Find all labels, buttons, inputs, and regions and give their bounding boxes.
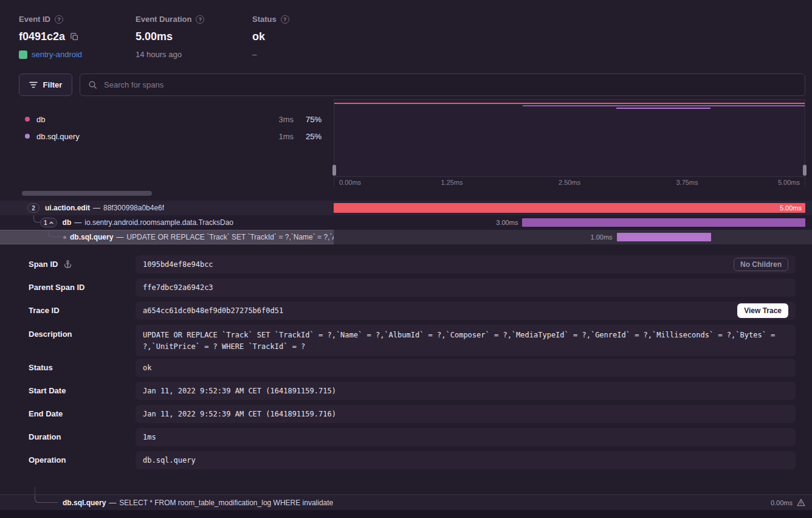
span-children-badge[interactable]: 1 (40, 218, 57, 227)
operation-value: db.sql.query (143, 456, 196, 464)
status-label: Status ? (252, 15, 289, 24)
span-row-db-sql-query-select[interactable]: db.sql.query—SELECT * FROM room_table_mo… (0, 494, 812, 510)
minimap-left-drag-handle[interactable] (332, 165, 336, 176)
axis-tick: 1.25ms (441, 179, 463, 186)
search-bar (80, 74, 805, 96)
span-duration-bar[interactable]: 5.00ms (334, 203, 805, 213)
span-title: db.sql.query—SELECT * FROM room_table_mo… (63, 495, 333, 510)
event-time-ago: 14 hours ago (136, 50, 204, 59)
span-description: UPDATE OR REPLACE `Track` SET `TrackId` … (126, 233, 334, 241)
description-label: Description (29, 330, 72, 339)
span-op: ui.action.edit (45, 204, 90, 212)
filter-icon (29, 81, 38, 88)
status-detail-label: Status (29, 363, 53, 372)
span-tree-cell: 2 ui.action.edit—88f300998a0b4e6f (0, 201, 334, 215)
span-op: db.sql.query (70, 233, 113, 241)
span-tree-cell: db.sql.query—UPDATE OR REPLACE `Track` S… (0, 230, 334, 244)
view-trace-button[interactable]: View Trace (737, 303, 788, 318)
project-name: sentry-android (32, 50, 82, 59)
filter-button[interactable]: Filter (19, 74, 72, 96)
span-id-label: Span ID (29, 260, 72, 269)
status-detail-value: ok (143, 364, 151, 372)
chevron-up-icon (49, 221, 53, 224)
span-op: db.sql.query (63, 499, 106, 507)
tree-connector (48, 230, 63, 237)
legend-op-name: db.sql.query (36, 132, 80, 141)
span-op: db (63, 218, 72, 227)
no-children-button[interactable]: No Children (734, 258, 788, 271)
minimap-span-line (334, 103, 805, 104)
span-duration-label: 5.00ms (780, 204, 802, 212)
legend-op-name: db (36, 115, 45, 124)
event-duration-label: Event Duration ? (136, 15, 204, 24)
legend-duration: 3ms (274, 115, 294, 124)
span-duration-label: 0.00ms (771, 499, 793, 506)
start-date-value: Jan 11, 2022 9:52:39 AM CET (1641891159.… (143, 387, 336, 395)
copy-icon[interactable] (71, 33, 78, 41)
sentry-span-detail-screen: Event ID ? f0491c2a sentry-android Event… (0, 0, 812, 518)
span-row-db-sql-query-selected[interactable]: db.sql.query—UPDATE OR REPLACE `Track` S… (0, 230, 812, 244)
span-id-label-text: Span ID (29, 260, 58, 269)
event-duration-label-text: Event Duration (136, 15, 191, 24)
axis-tick: 0.00ms (339, 179, 361, 186)
search-input[interactable] (103, 80, 797, 90)
tree-connector (33, 215, 40, 223)
description-value: UPDATE OR REPLACE `Track` SET `TrackId` … (143, 330, 788, 353)
event-id-label: Event ID ? (19, 15, 82, 24)
event-id-text: f0491c2a (19, 30, 65, 43)
separator: — (93, 204, 100, 212)
event-id-block: Event ID ? f0491c2a sentry-android (19, 15, 82, 59)
end-date-value-box: Jan 11, 2022 9:52:39 AM CET (1641891159.… (136, 405, 796, 423)
status-sub: – (252, 50, 289, 59)
legend-dot (25, 117, 30, 122)
bottom-scroll-track[interactable] (0, 510, 812, 518)
parent-span-id-label: Parent Span ID (29, 283, 84, 292)
operation-value-box: db.sql.query (136, 451, 796, 469)
help-icon[interactable]: ? (196, 15, 204, 24)
span-duration-label: 3.00ms (496, 219, 518, 226)
span-tree-cell: 1 db—io.sentry.android.roomsample.data.T… (0, 215, 334, 230)
span-children-badge[interactable]: 2 (27, 203, 40, 213)
span-id-value-box: 1095bd4ef8e94bcc No Children (136, 255, 796, 274)
separator: — (74, 218, 81, 227)
duration-detail-label: Duration (29, 432, 61, 441)
operation-label: Operation (29, 455, 66, 464)
anchor-icon[interactable] (63, 260, 72, 269)
trace-id-label: Trace ID (29, 306, 60, 315)
span-row-meta: 0.00ms (771, 495, 805, 510)
help-icon[interactable]: ? (55, 15, 63, 24)
span-description: SELECT * FROM room_table_modification_lo… (119, 499, 333, 507)
trace-id-value: a654cc61dc0b48ef9d0b27275b6f0d51 (143, 306, 283, 315)
span-chart-cell: 1.00ms (334, 230, 805, 244)
minimap-right-drag-handle[interactable] (803, 165, 807, 176)
legend-duration: 1ms (274, 132, 294, 141)
project-link[interactable]: sentry-android (19, 50, 82, 59)
help-icon[interactable]: ? (281, 15, 289, 24)
span-title: db—io.sentry.android.roomsample.data.Tra… (63, 218, 233, 227)
filter-button-label: Filter (43, 80, 63, 89)
start-date-value-box: Jan 11, 2022 9:52:39 AM CET (1641891159.… (136, 382, 796, 400)
span-id-value: 1095bd4ef8e94bcc (143, 260, 213, 269)
trace-id-value-box: a654cc61dc0b48ef9d0b27275b6f0d51 View Tr… (136, 302, 796, 320)
legend-item-db: db 3ms 75% (25, 113, 329, 125)
status-value: ok (252, 30, 289, 43)
warning-icon (797, 499, 805, 506)
tree-bullet (63, 236, 66, 239)
horizontal-scrollbar-handle[interactable] (22, 191, 152, 196)
duration-value-box: 1ms (136, 428, 796, 446)
separator: — (109, 499, 116, 507)
tree-line (35, 487, 35, 494)
axis-tick: 5.00ms (778, 179, 800, 186)
span-duration-bar[interactable] (617, 233, 711, 241)
span-duration-bar[interactable] (522, 218, 805, 227)
span-row-ui-action-edit[interactable]: 2 ui.action.edit—88f300998a0b4e6f 5.00ms (0, 201, 812, 215)
trace-minimap[interactable] (334, 99, 805, 176)
span-row-db[interactable]: 1 db—io.sentry.android.roomsample.data.T… (0, 215, 812, 230)
search-icon (88, 80, 97, 89)
legend-item-db-sql-query: db.sql.query 1ms 25% (25, 130, 329, 142)
parent-span-id-value-box: ffe7dbc92a6942c3 (136, 278, 796, 297)
start-date-label: Start Date (29, 386, 66, 395)
span-chart-cell: 5.00ms (334, 201, 805, 215)
badge-count: 2 (32, 205, 35, 212)
time-axis: 0.00ms 1.25ms 2.50ms 3.75ms 5.00ms (334, 176, 805, 187)
